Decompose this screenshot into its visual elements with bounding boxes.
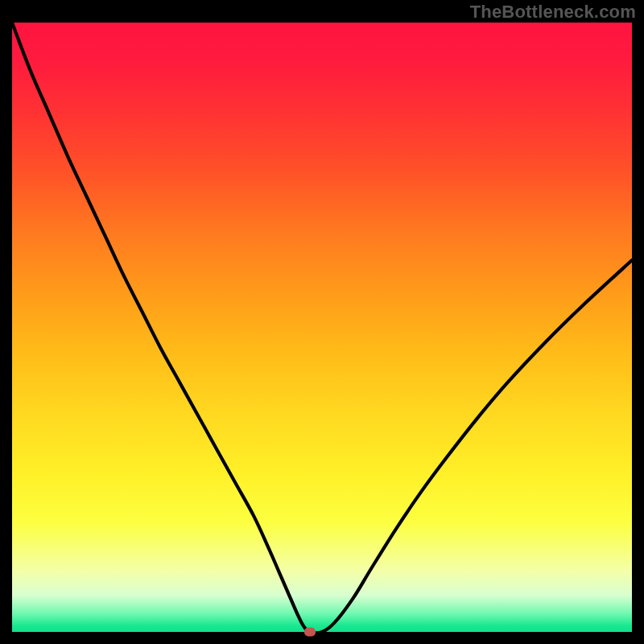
watermark-text: TheBottleneck.com (470, 2, 636, 23)
minimum-point-marker (304, 628, 316, 637)
plot-area (12, 23, 632, 632)
chart-frame: TheBottleneck.com (0, 0, 644, 644)
bottleneck-curve (12, 23, 632, 632)
